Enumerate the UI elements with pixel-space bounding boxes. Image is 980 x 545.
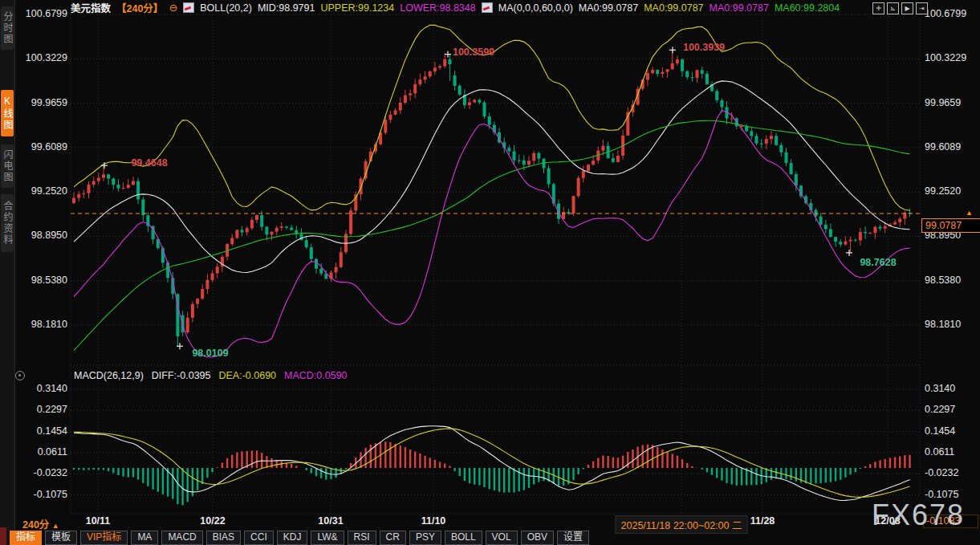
- chevron-up-icon: ▲: [52, 522, 59, 530]
- price-axis-label-left: 98.8950: [0, 230, 67, 241]
- price-axis-label-left: 0.0611: [0, 446, 67, 458]
- pan-right-icon[interactable]: ⇥: [916, 2, 928, 14]
- trading-app-window: 分时图K线图闪电图合约资料 美元指数 【240分】 ⊖ BOLL(20,2) M…: [0, 0, 980, 545]
- layout-grid-icon[interactable]: ✛: [872, 2, 884, 14]
- play-forward-icon[interactable]: ▶: [901, 2, 913, 14]
- ma0-yellow-value: MA0:99.0787: [644, 2, 703, 14]
- price-axis-label-left: 98.5380: [0, 275, 67, 286]
- date-axis-label: 10/22: [200, 515, 225, 527]
- swing-high-label: 100.3599: [453, 47, 494, 58]
- price-axis-label-left: 99.2520: [0, 185, 67, 197]
- chart-type-sidebar: 分时图K线图闪电图合约资料: [0, 0, 15, 545]
- ma0-magenta-value: MA0:99.0787: [710, 2, 769, 14]
- boll-mid-value: MID:98.9791: [258, 2, 315, 14]
- axis-scale-icon[interactable]: ⊾: [887, 2, 899, 14]
- macd-diff-value: DIFF:-0.0395: [152, 370, 211, 381]
- price-axis-label-left: 98.1810: [0, 319, 67, 330]
- date-axis-label: 11/10: [421, 515, 446, 527]
- indicator-toolbar: 指标模板VIP指标MAMACDBIASCCIKDJLW&RSICRPSYBOLL…: [10, 531, 589, 545]
- macd-dea-value: DEA:-0.0690: [218, 370, 276, 381]
- sidebar-logo-block: [0, 527, 6, 545]
- tab-settings[interactable]: 设置: [557, 531, 589, 545]
- price-axis-label-right: 0.3140: [925, 383, 955, 394]
- selected-bar-datetime: 2025/11/18 22:00~02:00 二: [616, 515, 748, 534]
- period-label: 【240分】: [116, 0, 163, 15]
- price-axis-label-left: 99.6089: [0, 141, 67, 153]
- boll-label: BOLL(20,2): [200, 2, 252, 14]
- swing-high-label: 100.3939: [683, 42, 725, 53]
- price-axis-label-right: 0.0611: [925, 446, 954, 458]
- boll-lower-value: LOWER:98.8348: [400, 2, 476, 14]
- price-axis-label-right: 99.9659: [925, 97, 961, 108]
- tab-psy[interactable]: PSY: [409, 531, 441, 545]
- price-axis-label-left: 99.9659: [0, 97, 67, 108]
- watermark: FX678: [872, 498, 965, 532]
- macd-indicator-header: MACD(26,12,9) DIFF:-0.0395 DEA:-0.0690 M…: [74, 370, 348, 381]
- price-axis-label-left: 100.3229: [0, 52, 67, 63]
- tab-lwr[interactable]: LW&: [311, 531, 344, 545]
- chart-canvas[interactable]: [0, 0, 980, 545]
- swing-low-label: 98.0109: [192, 348, 228, 359]
- price-axis-label-left: 0.2297: [0, 404, 67, 415]
- price-axis-label-right: 98.1810: [925, 319, 961, 330]
- date-axis-label: 10/31: [318, 515, 343, 527]
- tab-rsi[interactable]: RSI: [348, 531, 376, 545]
- price-axis-label-left: 100.6799: [0, 8, 67, 19]
- macd-value: MACD:0.0590: [284, 370, 348, 381]
- price-axis-label-right: 100.3229: [925, 52, 966, 63]
- window-control-icons: ✛⊾▶⇥: [872, 2, 928, 14]
- sidebar-item-contract[interactable]: 合约资料: [1, 194, 14, 252]
- tab-boll[interactable]: BOLL: [445, 531, 482, 545]
- swing-low-label: 98.7628: [860, 257, 896, 268]
- macd-visibility-icon[interactable]: [15, 371, 25, 380]
- tab-template[interactable]: 模板: [45, 531, 77, 545]
- boll-chart-thumb-icon[interactable]: [183, 2, 194, 13]
- price-axis-label-right: 0.2297: [925, 404, 955, 415]
- symbol-name: 美元指数: [71, 0, 111, 15]
- tab-ma[interactable]: MA: [131, 531, 158, 545]
- tab-obv[interactable]: OBV: [521, 531, 554, 545]
- price-axis-label-right: 98.5380: [925, 275, 961, 286]
- current-price-tag: 99.0787: [921, 218, 980, 233]
- macd-label: MACD(26,12,9): [74, 370, 144, 381]
- tab-cci[interactable]: CCI: [244, 531, 274, 545]
- price-axis-label-right: -0.0232: [925, 467, 958, 478]
- tab-cr[interactable]: CR: [380, 531, 406, 545]
- period-selector-label: 240分: [22, 519, 49, 531]
- price-axis-label-left: -0.1075: [0, 489, 67, 500]
- ma60-value: MA60:99.2804: [775, 2, 840, 14]
- tab-indicator[interactable]: 指标: [10, 531, 42, 545]
- price-axis-label-left: 0.3140: [0, 383, 67, 394]
- swing-high-label: 99.4648: [131, 157, 167, 169]
- ma0-white-value: MA0:99.0787: [579, 2, 638, 14]
- tab-macd[interactable]: MACD: [161, 531, 202, 545]
- ma-label: MA(0,0,0,60,0,0): [498, 2, 573, 14]
- boll-upper-value: UPPER:99.1234: [320, 2, 394, 14]
- ma-chart-thumb-icon[interactable]: [482, 2, 493, 13]
- tab-vol[interactable]: VOL: [486, 531, 518, 545]
- tab-bias[interactable]: BIAS: [206, 531, 241, 545]
- price-axis-label-right: 0.1454: [925, 425, 955, 437]
- price-axis-label-right: 99.6089: [925, 141, 961, 153]
- tab-kdj[interactable]: KDJ: [277, 531, 308, 545]
- main-indicator-header: 美元指数 【240分】 ⊖ BOLL(20,2) MID:98.9791 UPP…: [71, 2, 840, 14]
- price-axis-label-left: -0.0232: [0, 467, 67, 478]
- price-axis-label-right: 100.6799: [925, 8, 966, 19]
- price-arrow-icon: ▲: [966, 209, 973, 217]
- zoom-out-icon[interactable]: ⊖: [169, 3, 177, 12]
- period-selector[interactable]: 240分 ▲: [22, 516, 59, 531]
- date-axis-label: 10/11: [86, 515, 111, 527]
- date-axis-label: 11/28: [750, 515, 775, 527]
- price-axis-label-left: 0.1454: [0, 425, 67, 437]
- tab-vip-indicator[interactable]: VIP指标: [80, 531, 128, 545]
- price-axis-label-right: 99.2520: [925, 185, 961, 197]
